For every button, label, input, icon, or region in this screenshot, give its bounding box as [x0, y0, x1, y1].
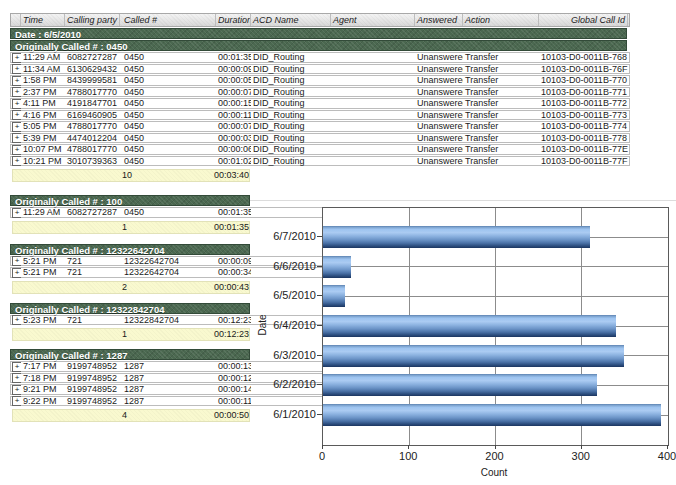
table-row: +4:11 PM4191847701045000:00:15DID_Routin… — [10, 98, 630, 109]
expand-row-button[interactable]: + — [12, 268, 21, 278]
summary-spacer — [13, 410, 118, 421]
action-cell: Transfer — [463, 144, 539, 154]
y-axis-tick-label: 6/6/2010 — [273, 260, 316, 272]
expand-row-button[interactable]: + — [12, 362, 21, 372]
expand-row-button[interactable]: + — [12, 396, 21, 406]
duration-cell: 00:00:07 — [216, 87, 251, 97]
summary-spacer — [13, 282, 118, 293]
answered-cell: Unanswered — [415, 98, 463, 108]
group-header-row: Originally Called # : 1287 — [10, 349, 250, 360]
time-cell: 11:29 AM — [21, 52, 65, 62]
expand-row-button[interactable]: + — [12, 87, 21, 97]
calling-party-cell: 9199748952 — [65, 396, 120, 406]
expand-row-button[interactable]: + — [12, 122, 21, 132]
group-header-row: Originally Called # : 12322642704 — [10, 244, 250, 255]
calling-party-cell: 721 — [65, 256, 120, 266]
answered-cell: Unanswered — [415, 121, 463, 131]
summary-spacer — [13, 170, 118, 181]
y-axis-tick — [317, 266, 322, 267]
action-cell: Transfer — [463, 98, 539, 108]
expand-row-button[interactable]: + — [12, 133, 21, 143]
table-header: TimeCalling party #Called #DurationACD N… — [10, 13, 630, 27]
calling-party-cell: 6082727287 — [65, 52, 120, 62]
global-call-id-cell: 10103-D0-0011B-768 — [539, 52, 628, 62]
called-number-cell: 0450 — [120, 64, 216, 74]
group-summary-row: 1000:03:40 — [12, 169, 250, 182]
expand-row-button[interactable]: + — [12, 110, 21, 120]
expand-row-button[interactable]: + — [12, 99, 21, 109]
called-number-cell: 12322642704 — [120, 267, 216, 277]
duration-cell: 00:00:05 — [216, 75, 251, 85]
global-call-id-cell: 10103-D0-0011B-774 — [539, 121, 628, 131]
action-cell: Transfer — [463, 133, 539, 143]
expand-row-button[interactable]: + — [12, 385, 21, 395]
group-summary-row: 100:01:35 — [12, 221, 250, 234]
duration-cell: 00:00:03 — [216, 133, 251, 143]
column-header: Answered — [415, 14, 463, 26]
expand-row-button[interactable]: + — [12, 53, 21, 63]
action-cell: Transfer — [463, 156, 539, 166]
group-header-row: Originally Called # : 0450 — [10, 40, 627, 51]
time-cell: 2:37 PM — [21, 87, 65, 97]
called-number-cell: 0450 — [120, 52, 216, 62]
summary-count: 2 — [118, 282, 214, 293]
expand-row-button[interactable]: + — [12, 145, 21, 155]
expand-row-button[interactable]: + — [12, 208, 21, 218]
table-row: +11:29 AM6082727287045000:01:35DID_Routi… — [10, 52, 630, 63]
called-number-cell: 1287 — [120, 384, 216, 394]
called-number-cell: 0450 — [120, 207, 216, 217]
table-row: +4:16 PM6169460905045000:00:11DID_Routin… — [10, 110, 630, 121]
horizontal-gridline — [323, 266, 668, 267]
expand-cell: + — [11, 98, 21, 109]
calling-party-cell: 721 — [65, 315, 120, 325]
summary-count: 10 — [118, 170, 214, 181]
duration-cell: 00:01:02 — [216, 156, 251, 166]
acd-name-cell: DID_Routing — [251, 133, 331, 143]
expand-cell: + — [11, 372, 21, 383]
expand-row-button[interactable]: + — [12, 156, 21, 166]
y-axis-tick-label: 6/2/2010 — [273, 378, 316, 390]
expand-row-button[interactable]: + — [12, 76, 21, 86]
expand-row-button[interactable]: + — [12, 64, 21, 74]
expand-row-button[interactable]: + — [12, 373, 21, 383]
calling-party-cell: 4474012204 — [65, 133, 120, 143]
global-call-id-cell: 10103-D0-0011B-770 — [539, 75, 628, 85]
table-row: +1:58 PM8439999581045000:00:05DID_Routin… — [10, 75, 630, 86]
calling-party-cell: 9199748952 — [65, 361, 120, 371]
summary-spacer — [13, 222, 118, 233]
bar — [323, 256, 351, 278]
column-header: Global Call Id — [539, 14, 628, 26]
calling-party-cell: 4788017770 — [65, 121, 120, 131]
table-row: +10:07 PM4788017770045000:00:06DID_Routi… — [10, 144, 630, 155]
called-number-cell: 0450 — [120, 133, 216, 143]
expand-row-button[interactable]: + — [12, 315, 21, 325]
expand-cell: + — [11, 121, 21, 132]
y-axis-tick — [317, 295, 322, 296]
answered-cell: Unanswered — [415, 133, 463, 143]
x-axis-tick-label: 0 — [319, 450, 325, 462]
summary-duration: 00:01:35 — [214, 222, 245, 233]
y-axis-tick-label: 6/5/2010 — [273, 289, 316, 301]
expand-cell: + — [11, 52, 21, 63]
table-row: +10:21 PM3010739363045000:01:02DID_Routi… — [10, 156, 630, 167]
time-cell: 10:07 PM — [21, 144, 65, 154]
expand-cell: + — [11, 314, 21, 325]
y-axis-tick-label: 6/1/2010 — [273, 408, 316, 420]
calling-party-cell: 9199748952 — [65, 384, 120, 394]
summary-count: 1 — [118, 222, 214, 233]
report-viewer: TimeCalling party #Called #DurationACD N… — [0, 0, 676, 485]
column-header — [11, 14, 21, 26]
y-axis-tick — [317, 355, 322, 356]
x-axis-tick — [408, 445, 409, 449]
acd-name-cell: DID_Routing — [251, 52, 331, 62]
expand-row-button[interactable]: + — [12, 256, 21, 266]
expand-cell: + — [11, 144, 21, 155]
column-header: Duration — [216, 14, 251, 26]
calling-party-cell: 6169460905 — [65, 110, 120, 120]
action-cell: Transfer — [463, 87, 539, 97]
called-number-cell: 0450 — [120, 144, 216, 154]
called-number-cell: 1287 — [120, 361, 216, 371]
calling-party-cell: 4788017770 — [65, 144, 120, 154]
called-number-cell: 0450 — [120, 75, 216, 85]
bar — [323, 226, 590, 248]
